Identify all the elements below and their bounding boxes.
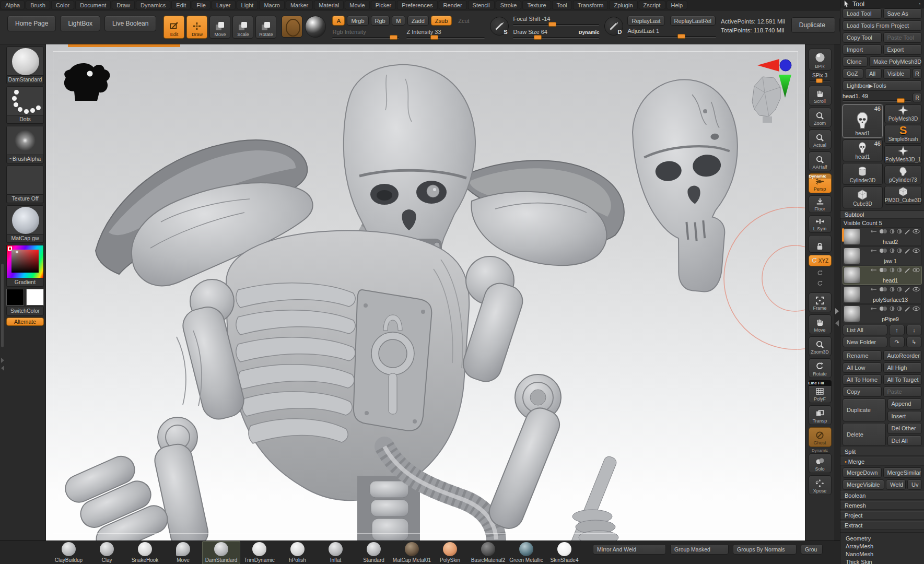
menu-item[interactable]: Zscript bbox=[639, 1, 665, 9]
list-all-button[interactable]: List All bbox=[843, 325, 887, 335]
bottom-bar-item[interactable]: Standard bbox=[355, 541, 393, 564]
dots-stroke-icon[interactable]: D bbox=[604, 17, 623, 36]
polypaint-toggle-icon[interactable] bbox=[879, 306, 887, 311]
tool-thumb-cylinder3d[interactable]: Cylinder3D bbox=[843, 163, 883, 185]
uv-button[interactable]: Uv bbox=[907, 479, 922, 490]
material-sphere[interactable] bbox=[305, 16, 326, 38]
lock-camera-button[interactable] bbox=[809, 235, 832, 253]
all-to-home-button[interactable]: All To Home bbox=[843, 374, 882, 385]
project-section[interactable]: Project bbox=[840, 511, 924, 520]
bottom-bar-item[interactable]: Move bbox=[164, 541, 202, 564]
sv-box[interactable] bbox=[11, 250, 39, 273]
spix-slider[interactable]: SPix 3 bbox=[809, 73, 832, 84]
contrast-icon[interactable] bbox=[897, 229, 902, 234]
floor-button[interactable]: Floor bbox=[809, 195, 832, 213]
new-folder-button[interactable]: New Folder bbox=[843, 337, 887, 347]
z-intensity-slider[interactable] bbox=[406, 35, 485, 40]
contrast-icon[interactable] bbox=[897, 248, 902, 253]
flip-icon[interactable] bbox=[871, 306, 877, 311]
visible-count-slider[interactable]: Visible Count 5 bbox=[844, 220, 921, 226]
half-shade-icon[interactable] bbox=[890, 267, 895, 273]
subtool-row[interactable]: head2 bbox=[843, 227, 922, 246]
tool-thumb-polymesh3d-1[interactable]: PolyMesh3D_1 bbox=[884, 145, 922, 164]
rename-button[interactable]: Rename bbox=[843, 350, 882, 361]
a-button[interactable]: A bbox=[332, 16, 345, 26]
menu-item[interactable]: Movie bbox=[345, 1, 369, 9]
clone-button[interactable]: Clone bbox=[843, 56, 868, 67]
autoreorder-button[interactable]: AutoReorder bbox=[883, 350, 922, 361]
ghost-button[interactable]: Ghost bbox=[809, 427, 832, 447]
panel-section[interactable]: ArrayMesh bbox=[840, 542, 924, 550]
menu-item[interactable]: File bbox=[192, 1, 210, 9]
menu-item[interactable]: Edit bbox=[171, 1, 191, 9]
menu-item[interactable]: Texture bbox=[522, 1, 551, 9]
sv-cursor[interactable] bbox=[16, 251, 18, 253]
subtool-row[interactable]: pPipe9 bbox=[843, 304, 922, 323]
del-all-button[interactable]: Del All bbox=[887, 436, 922, 446]
make-polymesh3d-button[interactable]: Make PolyMesh3D bbox=[869, 56, 922, 67]
menu-item[interactable]: Tool bbox=[552, 1, 572, 9]
zoom3d-button[interactable]: Zoom3D bbox=[809, 336, 832, 356]
remesh-section[interactable]: Remesh bbox=[840, 501, 924, 510]
frame-button[interactable]: Frame bbox=[809, 292, 832, 312]
append-button[interactable]: Append bbox=[887, 398, 922, 409]
rgb-intensity-slider[interactable] bbox=[332, 35, 399, 40]
stroke-curve-icon[interactable]: S bbox=[490, 17, 509, 36]
paint-brush-icon[interactable] bbox=[904, 287, 910, 293]
panel-section[interactable]: Geometry bbox=[840, 534, 924, 542]
local-symmetry-button[interactable]: L.Sym bbox=[809, 215, 832, 233]
live-boolean-button[interactable]: Live Boolean bbox=[104, 16, 156, 31]
bottom-bar-item[interactable]: MatCap Metal01 bbox=[393, 541, 431, 564]
zsub-button[interactable]: Zsub bbox=[431, 16, 452, 26]
polypaint-toggle-icon[interactable] bbox=[879, 248, 887, 253]
move-canvas-button[interactable]: Move bbox=[809, 314, 832, 334]
transp-button[interactable]: Transp bbox=[809, 405, 832, 425]
zcut-button[interactable]: Zcut bbox=[454, 16, 473, 26]
main-color-swatch[interactable] bbox=[6, 289, 24, 306]
panel-corner-icon[interactable]: ◔ bbox=[918, 1, 921, 7]
copy-subtool-button[interactable]: Copy bbox=[843, 386, 882, 397]
merge-visible-button[interactable]: MergeVisible bbox=[843, 479, 884, 490]
copy-tool-button[interactable]: Copy Tool bbox=[843, 32, 882, 43]
panel-section[interactable]: NanoMesh bbox=[840, 550, 924, 558]
edit-button[interactable]: Edit bbox=[163, 16, 184, 39]
merge-down-button[interactable]: MergeDown bbox=[843, 467, 882, 478]
m-button[interactable]: M bbox=[392, 16, 405, 26]
subtool-row[interactable]: polySurface13 bbox=[843, 285, 922, 304]
polypaint-toggle-icon[interactable] bbox=[879, 287, 887, 292]
zadd-button[interactable]: Zadd bbox=[407, 16, 429, 26]
move-into-button[interactable]: ↳ bbox=[906, 337, 922, 347]
paste-subtool-button[interactable]: Paste bbox=[883, 386, 922, 397]
home-page-button[interactable]: Home Page bbox=[7, 16, 56, 31]
export-button[interactable]: Export bbox=[883, 44, 922, 55]
contrast-icon[interactable] bbox=[897, 287, 902, 292]
half-shade-icon[interactable] bbox=[890, 229, 895, 234]
tool-thumb-pm3d-cube3d[interactable]: PM3D_Cube3D bbox=[884, 186, 922, 205]
move-to-folder-button[interactable]: ↷ bbox=[889, 337, 905, 347]
paste-tool-button[interactable]: Paste Tool bbox=[883, 32, 922, 43]
menu-item[interactable]: Layer bbox=[212, 1, 236, 9]
current-stroke[interactable]: Dots bbox=[6, 86, 44, 124]
bottom-bar-item[interactable]: BasicMaterial2 bbox=[469, 541, 507, 564]
scroll-button[interactable]: Scroll bbox=[809, 86, 832, 105]
flip-icon[interactable] bbox=[871, 229, 877, 234]
actual-button[interactable]: Actual bbox=[809, 130, 832, 149]
split-section[interactable]: Split bbox=[840, 448, 924, 456]
y-rotate-icon[interactable] bbox=[814, 268, 826, 277]
current-brush[interactable]: DamStandard bbox=[6, 46, 44, 84]
menu-item[interactable]: Transform bbox=[573, 1, 609, 9]
insert-button[interactable]: Insert bbox=[887, 411, 922, 422]
flip-icon[interactable] bbox=[871, 267, 877, 273]
bpr-button[interactable]: BPR bbox=[809, 49, 832, 70]
polypaint-toggle-icon[interactable] bbox=[879, 229, 887, 234]
subtool-down-button[interactable]: ↓ bbox=[906, 325, 922, 335]
panel-divider[interactable] bbox=[834, 44, 840, 540]
hue-box[interactable] bbox=[6, 245, 44, 278]
delete-subtool-button[interactable]: Delete bbox=[843, 423, 886, 446]
goz-visible-button[interactable]: Visible bbox=[883, 68, 911, 79]
tool-thumb-head1-2[interactable]: 46 head1 bbox=[843, 139, 883, 161]
stroke-type-swatch[interactable] bbox=[282, 16, 302, 38]
z-rotate-icon[interactable] bbox=[814, 279, 826, 287]
menu-item[interactable]: Material bbox=[314, 1, 344, 9]
weld-button[interactable]: Weld bbox=[886, 479, 906, 490]
